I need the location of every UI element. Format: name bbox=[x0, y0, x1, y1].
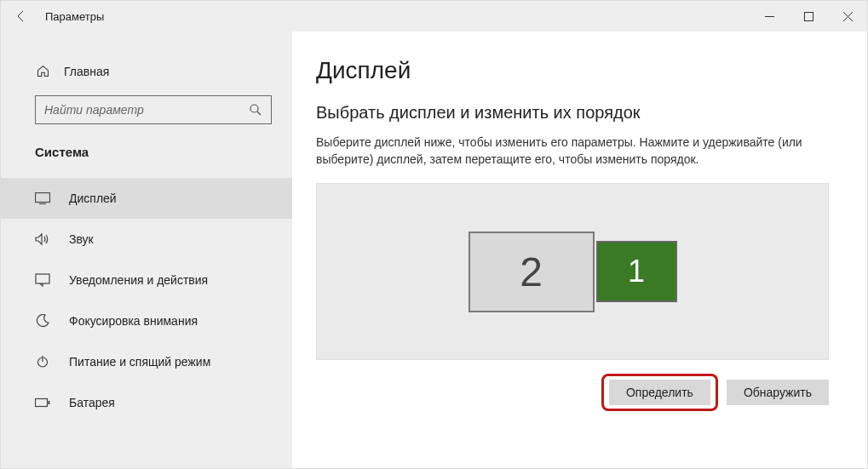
detect-button[interactable]: Обнаружить bbox=[727, 380, 829, 405]
sidebar-item-label: Батарея bbox=[69, 396, 115, 409]
sidebar-item-sound[interactable]: Звук bbox=[1, 219, 292, 260]
window-title: Параметры bbox=[35, 10, 104, 23]
close-button[interactable] bbox=[828, 1, 867, 31]
display-arrange-panel[interactable]: 2 1 bbox=[316, 183, 829, 360]
search-icon bbox=[249, 103, 264, 117]
button-row: Определить Обнаружить bbox=[316, 360, 829, 411]
main-content: Дисплей Выбрать дисплеи и изменить их по… bbox=[292, 31, 867, 468]
display-icon bbox=[35, 191, 50, 206]
body: Главная Система Дисплей Зв bbox=[1, 31, 867, 468]
sidebar-item-label: Питание и спящий режим bbox=[69, 355, 210, 369]
window-controls bbox=[750, 1, 867, 31]
display-tile-2[interactable]: 2 bbox=[468, 232, 595, 312]
sidebar: Главная Система Дисплей Зв bbox=[1, 31, 292, 468]
sidebar-item-battery[interactable]: Батарея bbox=[1, 382, 292, 423]
display-tile-1[interactable]: 1 bbox=[596, 241, 677, 302]
sidebar-item-label: Звук bbox=[69, 232, 94, 246]
sidebar-item-notifications[interactable]: Уведомления и действия bbox=[1, 260, 292, 300]
battery-icon bbox=[35, 395, 50, 410]
arrange-description: Выберите дисплей ниже, чтобы изменить ег… bbox=[316, 134, 827, 168]
sound-icon bbox=[35, 232, 50, 247]
nav-home-label: Главная bbox=[64, 65, 109, 78]
sidebar-item-label: Фокусировка внимания bbox=[69, 314, 198, 328]
search-input[interactable] bbox=[44, 103, 249, 117]
svg-point-4 bbox=[250, 105, 258, 112]
display-number: 2 bbox=[520, 249, 543, 295]
notifications-icon bbox=[35, 272, 50, 288]
moon-icon bbox=[35, 313, 50, 329]
maximize-button[interactable] bbox=[789, 1, 828, 31]
nav-home[interactable]: Главная bbox=[1, 55, 292, 87]
svg-rect-12 bbox=[49, 401, 50, 404]
sidebar-section-header: Система bbox=[1, 140, 292, 171]
minimize-button[interactable] bbox=[750, 1, 789, 31]
nav-list: Дисплей Звук Уведомления и действия Фоку… bbox=[1, 171, 292, 423]
svg-rect-8 bbox=[36, 274, 49, 283]
titlebar: Параметры bbox=[1, 1, 867, 31]
search-wrap bbox=[1, 95, 292, 140]
page-title: Дисплей bbox=[316, 57, 843, 84]
svg-line-5 bbox=[257, 112, 261, 115]
display-number: 1 bbox=[628, 254, 645, 289]
sidebar-item-display[interactable]: Дисплей bbox=[1, 178, 292, 219]
svg-rect-11 bbox=[36, 399, 48, 407]
identify-button[interactable]: Определить bbox=[609, 380, 710, 405]
sidebar-item-power[interactable]: Питание и спящий режим bbox=[1, 341, 292, 382]
svg-rect-1 bbox=[804, 12, 813, 20]
arrange-heading: Выбрать дисплеи и изменить их порядок bbox=[316, 103, 843, 123]
highlight-annotation: Определить bbox=[601, 374, 718, 411]
svg-rect-6 bbox=[36, 193, 50, 203]
sidebar-item-label: Дисплей bbox=[69, 192, 117, 205]
search-box[interactable] bbox=[35, 95, 272, 124]
sidebar-item-focus[interactable]: Фокусировка внимания bbox=[1, 300, 292, 341]
back-button[interactable] bbox=[8, 1, 35, 31]
sidebar-item-label: Уведомления и действия bbox=[69, 273, 208, 287]
power-icon bbox=[35, 354, 50, 369]
home-icon bbox=[35, 64, 50, 78]
